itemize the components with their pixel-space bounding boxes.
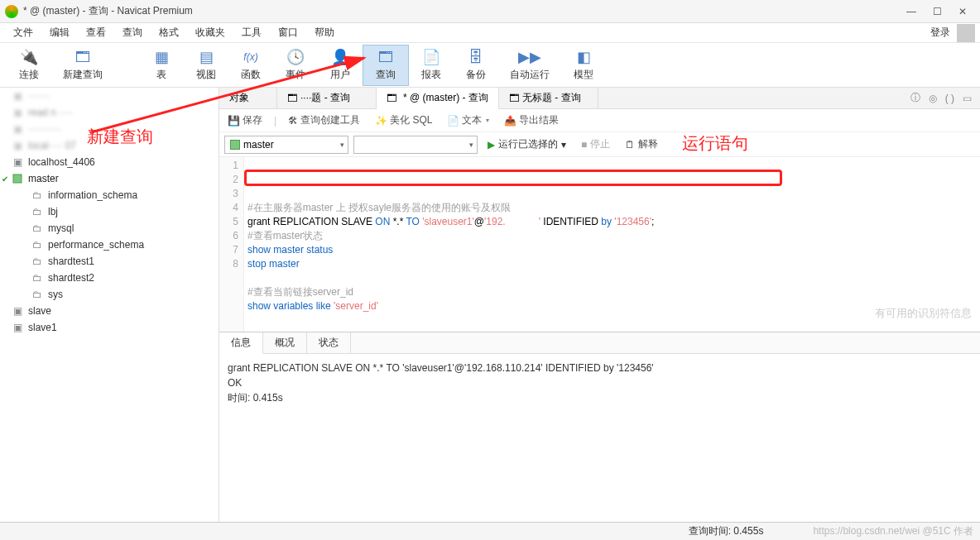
clock-icon: 🕓 [285, 48, 306, 66]
sql-editor[interactable]: 12345678 #在主服务器master 上 授权sayle服务器的使用的账号… [219, 157, 980, 332]
highlight-box [244, 170, 782, 186]
info-icon[interactable]: ⓘ [910, 91, 920, 105]
menu-tools[interactable]: 工具 [233, 26, 270, 40]
brackets-icon[interactable]: ( ) [945, 93, 954, 104]
menu-favorites[interactable]: 收藏夹 [187, 26, 233, 40]
view-icon: ▤ [195, 48, 217, 66]
tool-user[interactable]: 👤用户 [318, 45, 363, 86]
dbitem-icon: 🗀 [31, 189, 43, 201]
window-title: * @ (master) - 查询 - Navicat Premium [23, 4, 906, 18]
main-toolbar: 🔌连接 🗔新建查询 ▦表 ▤视图 f(x)函数 🕓事件 👤用户 🗔查询 📄报表 … [0, 43, 980, 88]
results-tab-info[interactable]: 信息 [219, 332, 263, 354]
tool-report[interactable]: 📄报表 [409, 45, 454, 86]
editor-code[interactable]: #在主服务器master 上 授权sayle服务器的使用的账号及权限grant … [244, 157, 980, 332]
tree-item-slave1[interactable]: ▣slave1 [0, 319, 219, 336]
chevron-down-icon: ▾ [561, 139, 566, 151]
dbitem-icon: 🗀 [31, 272, 43, 284]
tab-query-1[interactable]: 🗔····题 - 查询 [277, 88, 377, 108]
tree-item-mysql[interactable]: 🗀mysql [0, 220, 219, 237]
app-icon [5, 5, 18, 18]
tool-query[interactable]: 🗔查询 [363, 45, 409, 86]
avatar-icon[interactable] [957, 24, 975, 42]
status-watermark: https://blog.csdn.net/wei @51C 作者 [813, 524, 973, 538]
close-button[interactable]: ✕ [958, 6, 967, 17]
query-icon: 🗔 [375, 48, 396, 66]
connection-tree[interactable]: ▣········ ▣read n ····· ▣············ ▣l… [0, 88, 219, 522]
login-link[interactable]: 登录 [927, 26, 954, 40]
tool-view[interactable]: ▤视图 [184, 45, 228, 86]
tool-new-query[interactable]: 🗔新建查询 [51, 45, 114, 86]
query-icon: 🗔 [287, 93, 297, 104]
tool-connection[interactable]: 🔌连接 [7, 45, 51, 86]
tool-function[interactable]: f(x)函数 [228, 45, 273, 86]
editor-tabs: 对象 🗔····题 - 查询 🗔* @ (master) - 查询 🗔无标题 -… [219, 88, 980, 109]
tree-item-localhost4406[interactable]: ▣localhost_4406 [0, 154, 219, 170]
report-icon: 📄 [420, 48, 442, 66]
db-grey-icon: ▣ [12, 305, 23, 317]
builder-button[interactable]: 🛠 查询创建工具 [285, 112, 363, 129]
results-tabs: 信息 概况 状态 [219, 332, 980, 354]
tool-event[interactable]: 🕓事件 [273, 45, 318, 86]
tree-item-sys[interactable]: 🗀sys [0, 286, 219, 303]
menu-file[interactable]: 文件 [5, 26, 41, 40]
tree-item-blurred[interactable]: ▣local····· 07 [0, 137, 219, 154]
text-button[interactable]: 📄 文本▾ [444, 112, 492, 129]
minimize-button[interactable]: — [906, 6, 916, 17]
tab-query-untitled[interactable]: 🗔无标题 - 查询 [499, 88, 598, 108]
beautify-button[interactable]: ✨ 美化 SQL [372, 112, 435, 129]
database-select[interactable]: ▾ [353, 136, 478, 154]
user-icon: 👤 [329, 48, 351, 66]
menu-window[interactable]: 窗口 [270, 26, 306, 40]
tree-item-lbj[interactable]: 🗀lbj [0, 203, 219, 220]
tree-item-blurred[interactable]: ▣········ [0, 88, 219, 104]
maximize-button[interactable]: ☐ [933, 6, 942, 17]
query-toolbar-1: 💾 保存 | 🛠 查询创建工具 ✨ 美化 SQL 📄 文本▾ 📤 导出结果 [219, 109, 980, 132]
stop-button[interactable]: ■停止 [576, 136, 615, 153]
results-tab-profile[interactable]: 概况 [263, 332, 307, 353]
tab-right-controls: ⓘ ◎ ( ) ▭ [910, 88, 980, 108]
tree-item-slave[interactable]: ▣slave [0, 303, 219, 319]
explain-icon: 🗒 [625, 139, 635, 151]
results-panel: 信息 概况 状态 grant REPLICATION SLAVE ON *.* … [219, 332, 980, 522]
stop-icon: ■ [581, 139, 587, 151]
tree-item-shardtest1[interactable]: 🗀shardtest1 [0, 253, 219, 270]
circle-icon[interactable]: ◎ [929, 93, 937, 104]
menu-query[interactable]: 查询 [114, 26, 151, 40]
window-icon[interactable]: ▭ [963, 93, 972, 104]
tab-objects[interactable]: 对象 [219, 88, 277, 108]
tree-item-blurred[interactable]: ▣read n ····· [0, 104, 219, 121]
menu-bar: 文件 编辑 查看 查询 格式 收藏夹 工具 窗口 帮助 登录 [0, 23, 980, 43]
menu-help[interactable]: 帮助 [306, 26, 343, 40]
dbitem-icon: 🗀 [31, 256, 43, 267]
tool-autorun[interactable]: ▶▶自动运行 [498, 45, 561, 86]
tool-table[interactable]: ▦表 [139, 45, 184, 86]
menu-view[interactable]: 查看 [78, 26, 114, 40]
tree-item-information-schema[interactable]: 🗀information_schema [0, 187, 219, 203]
db-grey-icon: ▣ [12, 156, 23, 168]
plug-icon: 🔌 [18, 48, 40, 66]
auto-icon: ▶▶ [519, 48, 540, 66]
tool-backup[interactable]: 🗄备份 [454, 45, 498, 86]
tree-item-master[interactable]: ✔master [0, 170, 219, 187]
query-toolbar-2: master▾ ▾ ▶运行已选择的▾ ■停止 🗒解释 [219, 132, 980, 157]
tree-item-performance-schema[interactable]: 🗀performance_schema [0, 237, 219, 253]
export-button[interactable]: 📤 导出结果 [501, 112, 562, 129]
menu-edit[interactable]: 编辑 [41, 26, 78, 40]
tool-model[interactable]: ◧模型 [561, 45, 606, 86]
results-body[interactable]: grant REPLICATION SLAVE ON *.* TO 'slave… [219, 354, 980, 522]
run-selected-button[interactable]: ▶运行已选择的▾ [483, 136, 571, 153]
menu-format[interactable]: 格式 [151, 26, 187, 40]
query-icon: 🗔 [509, 93, 519, 104]
tree-item-blurred[interactable]: ▣············ [0, 121, 219, 137]
status-bar: 查询时间: 0.455s https://blog.csdn.net/wei @… [0, 522, 980, 540]
model-icon: ◧ [573, 48, 594, 66]
connection-select[interactable]: master▾ [224, 136, 348, 154]
tree-item-shardtest2[interactable]: 🗀shardtest2 [0, 270, 219, 286]
tab-query-active[interactable]: 🗔* @ (master) - 查询 [377, 88, 499, 109]
explain-button[interactable]: 🗒解释 [620, 136, 663, 153]
chevron-down-icon: ▾ [486, 117, 489, 124]
save-button[interactable]: 💾 保存 [224, 112, 266, 129]
backup-icon: 🗄 [465, 48, 487, 66]
dbitem-icon: 🗀 [31, 206, 43, 217]
results-tab-status[interactable]: 状态 [307, 332, 351, 353]
